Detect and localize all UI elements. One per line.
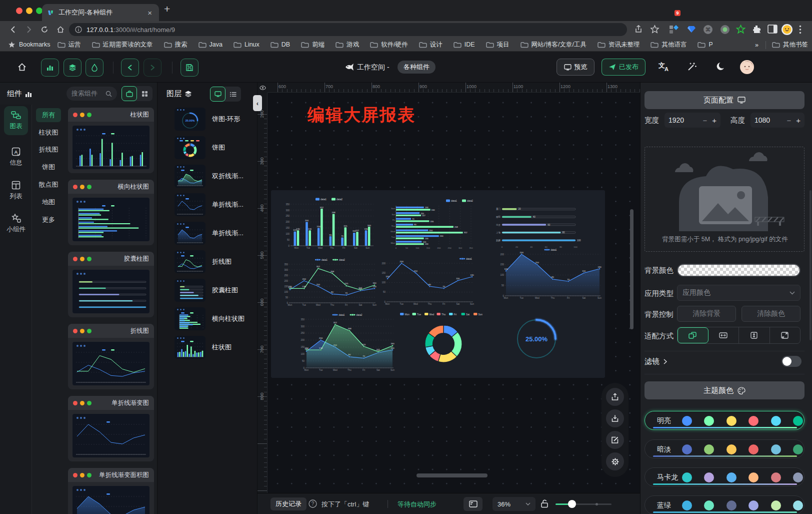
- category-0[interactable]: 所有: [36, 108, 61, 122]
- collapse-panel-handle[interactable]: ‹: [253, 95, 262, 111]
- profile-avatar[interactable]: [781, 24, 793, 36]
- layer-item[interactable]: 单折线渐...: [158, 192, 258, 219]
- canvas-chart-pie[interactable]: [424, 324, 463, 363]
- fit-width-option[interactable]: [708, 327, 740, 343]
- help-icon[interactable]: ?: [308, 499, 317, 508]
- layer-item[interactable]: 横向柱状图: [158, 306, 258, 333]
- canvas-vertical-scrollbar[interactable]: [630, 209, 634, 329]
- slider-knob[interactable]: [568, 500, 576, 508]
- canvas-chart-line1[interactable]: 0501001502001202001508070110130MonTueWed…: [380, 256, 476, 306]
- save-button[interactable]: [180, 59, 198, 77]
- zoom-slider[interactable]: [556, 503, 612, 505]
- layer-item[interactable]: 折线图: [158, 249, 258, 276]
- chart-mode-button[interactable]: [41, 59, 59, 77]
- reload-icon[interactable]: [40, 25, 49, 34]
- traffic-light-close[interactable]: [16, 8, 22, 14]
- theme-row-暗淡[interactable]: 暗淡: [644, 439, 804, 458]
- page-config-header[interactable]: 页面配置: [644, 91, 804, 109]
- bookmark-folder[interactable]: IDE: [454, 41, 475, 48]
- bookmark-folder[interactable]: DB: [270, 41, 290, 48]
- bookmark-folder[interactable]: 近期需要读的文章: [92, 41, 153, 49]
- share-icon[interactable]: [634, 25, 643, 34]
- edit-button[interactable]: [606, 431, 624, 449]
- extension-dot-icon[interactable]: [720, 25, 730, 35]
- other-bookmarks[interactable]: 其他书签: [783, 41, 808, 49]
- sidebar-toggle-icon[interactable]: [768, 25, 778, 34]
- theme-row-蓝绿[interactable]: 蓝绿: [644, 495, 804, 514]
- fit-stretch-option[interactable]: [770, 327, 800, 343]
- component-card[interactable]: 横向柱状图: [68, 180, 154, 245]
- bookmarks-overflow[interactable]: »: [755, 42, 758, 49]
- extension-gem-icon[interactable]: [687, 25, 696, 34]
- lock-icon[interactable]: [540, 499, 548, 508]
- rail-item-2[interactable]: 列表: [4, 176, 28, 205]
- import-button[interactable]: [606, 409, 624, 427]
- bookmark-folder[interactable]: 其他语言: [650, 41, 686, 49]
- dark-mode-moon-icon[interactable]: [716, 62, 726, 72]
- component-card[interactable]: 单折线渐变面积图: [68, 468, 154, 514]
- category-1[interactable]: 柱状图: [32, 128, 65, 137]
- theme-row-马卡龙[interactable]: 马卡龙: [644, 467, 804, 486]
- project-name-pill[interactable]: 各种组件: [398, 61, 436, 74]
- extension-cmd-icon[interactable]: ⌘: [703, 25, 713, 35]
- preview-button[interactable]: 预览: [556, 59, 594, 76]
- bookmark-folder[interactable]: Linux: [234, 41, 260, 48]
- bookmark-folder[interactable]: 项目: [486, 41, 510, 49]
- extensions-puzzle-icon[interactable]: [752, 25, 762, 34]
- canvas-chart-area1[interactable]: 0501001502001202001508070110130MonTueWed…: [498, 247, 604, 300]
- component-card[interactable]: 柱状图: [68, 108, 154, 173]
- canvas-chart-hbar[interactable]: 050100150200250300350130160Sun110117Sat7…: [389, 199, 477, 250]
- back-icon[interactable]: [9, 25, 18, 34]
- bg-color-swatch[interactable]: [677, 264, 800, 277]
- browser-menu-icon[interactable]: [799, 25, 802, 34]
- fit-scale-option[interactable]: [678, 327, 708, 343]
- redo-button[interactable]: [144, 59, 162, 77]
- extension-blocks-icon[interactable]: [669, 25, 679, 35]
- fit-height-option[interactable]: [739, 327, 770, 343]
- search-input[interactable]: 搜索组件: [66, 87, 117, 101]
- category-4[interactable]: 散点图: [32, 180, 65, 189]
- dashboard-board[interactable]: 050100150200250300350120130Mon200130Tue1…: [271, 190, 605, 378]
- layer-item[interactable]: 双折线渐...: [158, 164, 258, 191]
- layers-mode-button[interactable]: [64, 59, 82, 77]
- bookmarks-star-icon[interactable]: [8, 41, 16, 49]
- component-card[interactable]: 胶囊柱图: [68, 252, 154, 317]
- toggle-thumbnail-view[interactable]: [210, 87, 226, 102]
- user-avatar[interactable]: [740, 60, 754, 75]
- site-info-icon[interactable]: [75, 26, 82, 33]
- theme-color-header[interactable]: 主题颜色: [644, 381, 804, 399]
- home-icon[interactable]: [56, 25, 65, 34]
- category-5[interactable]: 地图: [32, 198, 65, 207]
- clear-color-button[interactable]: 清除颜色: [742, 306, 800, 322]
- app-type-select[interactable]: 应用颜色: [677, 285, 800, 301]
- browser-tab[interactable]: 工作空间-各种组件 ×: [42, 4, 159, 21]
- category-3[interactable]: 饼图: [32, 163, 65, 172]
- bookmark-folder[interactable]: 游戏: [336, 41, 359, 49]
- zoom-select[interactable]: 36%: [492, 497, 536, 511]
- tab-close-icon[interactable]: ×: [146, 9, 154, 17]
- url-bar[interactable]: 127.0.0.1:3000/#/chart/home/9: [69, 23, 627, 36]
- home-button[interactable]: [17, 62, 27, 72]
- toggle-list-view[interactable]: [226, 87, 241, 102]
- layer-item[interactable]: 柱状图: [158, 335, 258, 362]
- bookmark-folder[interactable]: 网站/博客/文章/工具: [520, 41, 586, 49]
- magic-wand-icon[interactable]: [687, 62, 697, 72]
- bookmark-folder[interactable]: 资讯未整理: [598, 41, 640, 49]
- ruler-eye-icon[interactable]: [258, 83, 268, 93]
- toggle-grid-view[interactable]: [137, 86, 152, 101]
- width-stepper[interactable]: 1920−+: [664, 113, 720, 128]
- canvas-chart-area2[interactable]: 0501001502002503003501202001508070110130…: [299, 312, 396, 372]
- history-button[interactable]: 历史记录: [270, 497, 306, 510]
- component-card[interactable]: 折线图: [68, 324, 154, 389]
- canvas-chart-pie-legend[interactable]: MonTueWedThuFriSatSun: [400, 311, 489, 317]
- rail-item-0[interactable]: 图表: [4, 106, 28, 135]
- screen-title-text[interactable]: 编辑大屏报表: [308, 104, 416, 127]
- height-stepper[interactable]: 1080−+: [750, 113, 804, 128]
- bookmark-folder[interactable]: 搜索: [164, 41, 188, 49]
- theme-row-明亮[interactable]: 明亮: [644, 411, 804, 430]
- toggle-components-view[interactable]: [122, 86, 137, 101]
- category-6[interactable]: 更多: [32, 215, 65, 224]
- canvas-chart-bar[interactable]: 050100150200250300350120130Mon200130Tue1…: [284, 197, 375, 250]
- canvas-chart-capsule[interactable]: 厦门20南阳40北京60上海80新疆100020406080100: [494, 200, 583, 249]
- rail-item-3[interactable]: 小组件: [4, 209, 28, 238]
